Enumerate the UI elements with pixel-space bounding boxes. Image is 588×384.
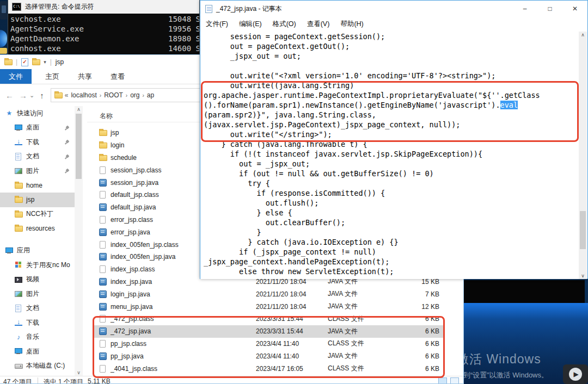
folder-icon bbox=[15, 196, 22, 203]
forward-icon[interactable]: → bbox=[19, 91, 27, 100]
globe-icon[interactable] bbox=[0, 30, 7, 47]
sidebar-item-quick-access[interactable]: ★快速访问 bbox=[0, 106, 75, 121]
menu-view[interactable]: 查看(V) bbox=[307, 20, 330, 29]
separator: | bbox=[16, 58, 17, 66]
scroll-down-icon[interactable]: ∨ bbox=[579, 273, 587, 278]
quick-access-properties-icon[interactable] bbox=[21, 58, 28, 66]
sidebar-item-music[interactable]: ♪音乐 bbox=[0, 330, 75, 345]
thumbnails-view-icon[interactable] bbox=[450, 377, 459, 384]
sidebar-item-local-disk-c[interactable]: 本地磁盘 (C:) bbox=[0, 359, 75, 374]
notepad-titlebar[interactable]: _472_jsp.java - 记事本 – □ ✕ bbox=[200, 1, 587, 17]
file-row-menu_jsp.java[interactable]: menu_jsp.java2021/11/20 18:04JAVA 文件12 K… bbox=[94, 300, 444, 313]
file-row-pp_jsp.java[interactable]: pp_jsp.java2023/4/4 11:40JAVA 文件6 KB bbox=[94, 350, 444, 362]
cmd-titlebar[interactable]: C:\ 选择管理员: 命令提示符 bbox=[8, 0, 199, 14]
star-icon: ★ bbox=[5, 109, 13, 117]
explorer-window-title: jsp bbox=[56, 58, 64, 66]
menu-edit[interactable]: 编辑(E) bbox=[239, 20, 262, 29]
ribbon-tab-file[interactable]: 文件 bbox=[0, 69, 32, 84]
desktop-icon-partial[interactable] bbox=[0, 1, 7, 20]
quick-access-newfolder-icon[interactable] bbox=[32, 58, 40, 66]
recent-locations-icon[interactable]: ⌄ bbox=[29, 92, 34, 99]
selected-count: 选中 1 个项目 bbox=[44, 377, 83, 384]
sidebar-item-downloads-pinned[interactable]: ↓下载 bbox=[0, 135, 75, 150]
sidebar-item-pictures-pinned[interactable]: 图片 bbox=[0, 164, 75, 178]
sidebar-item-downloads[interactable]: ↓下载 bbox=[0, 315, 75, 330]
menu-format[interactable]: 格式(O) bbox=[273, 20, 296, 29]
file-name: session_jsp.class bbox=[111, 166, 161, 174]
breadcrumb-ap[interactable]: ap bbox=[147, 91, 154, 99]
column-header-name[interactable]: 名称 bbox=[100, 112, 113, 121]
code-line: out.write("<?xml version='1.0' encoding=… bbox=[200, 71, 579, 80]
notepad-scrollbar[interactable]: ∧ ∨ bbox=[579, 32, 587, 279]
file-name: index_005fen_jsp.java bbox=[111, 253, 175, 261]
file-row-login_jsp.java[interactable]: login_jsp.java2021/11/20 18:04JAVA 文件7 K… bbox=[94, 288, 444, 300]
menu-file[interactable]: 文件(F) bbox=[206, 20, 228, 29]
folder-icon bbox=[99, 141, 107, 149]
sidebar-item-home[interactable]: home bbox=[0, 178, 75, 193]
selected-text: eval bbox=[500, 101, 518, 109]
scroll-up-icon[interactable]: ∧ bbox=[75, 107, 83, 112]
file-size: 6 KB bbox=[390, 338, 439, 350]
folder-icon[interactable] bbox=[0, 48, 7, 54]
notepad-editor[interactable]: session = pageContext.getSession(); out … bbox=[200, 32, 579, 279]
menu-help[interactable]: 帮助(H) bbox=[340, 20, 363, 29]
file-row-_472_jsp.class[interactable]: _472_jsp.class2023/3/31 15:44CLASS 文件6 K… bbox=[94, 313, 444, 325]
scrollbar-thumb[interactable] bbox=[580, 211, 586, 249]
ribbon-tab-share[interactable]: 共享 bbox=[69, 69, 101, 84]
up-icon[interactable]: ↑ bbox=[40, 91, 44, 100]
maximize-button[interactable]: □ bbox=[537, 1, 562, 17]
qat-dropdown-icon[interactable]: ▾ bbox=[44, 59, 46, 65]
sidebar-scrollbar[interactable]: ∧ ∨ bbox=[75, 106, 83, 376]
sidebar-item-resources[interactable]: resources bbox=[0, 221, 75, 236]
picture-icon bbox=[15, 290, 22, 298]
file-type: JAVA 文件 bbox=[328, 288, 390, 300]
file-java-icon bbox=[99, 228, 107, 236]
sidebar-item-documents[interactable]: 文档 bbox=[0, 301, 75, 316]
file-java-icon bbox=[99, 179, 107, 187]
sidebar-item-documents-pinned[interactable]: 文档 bbox=[0, 150, 75, 164]
sidebar-item-this-pc[interactable]: 应用 bbox=[0, 244, 75, 258]
pin-icon bbox=[63, 153, 70, 160]
details-view-icon[interactable] bbox=[438, 377, 447, 384]
folder-icon bbox=[99, 154, 107, 162]
file-name: menu_jsp.java bbox=[111, 303, 152, 311]
code-line: out.write((java.lang.String) bbox=[200, 80, 579, 90]
desktop-icon bbox=[15, 124, 22, 132]
file-name: default_jsp.class bbox=[111, 191, 159, 199]
folder-icon bbox=[54, 91, 62, 99]
sidebar-item-videos[interactable]: 视频 bbox=[0, 272, 75, 287]
file-row-_472_jsp.java[interactable]: _472_jsp.java2023/3/31 15:44JAVA 文件6 KB bbox=[94, 325, 444, 338]
file-plain-icon bbox=[99, 241, 107, 249]
ribbon-tab-view[interactable]: 查看 bbox=[101, 69, 134, 84]
breadcrumb-org[interactable]: org bbox=[130, 91, 139, 99]
file-row-_4041_jsp.class[interactable]: _4041_jsp.class2023/4/17 16:05CLASS 文件6 … bbox=[94, 362, 444, 375]
notepad-title: _472_jsp.java - 记事本 bbox=[216, 4, 282, 14]
breadcrumb-localhost[interactable]: localhost bbox=[71, 91, 96, 99]
back-icon[interactable]: ← bbox=[5, 91, 14, 100]
sidebar-item-label: 图片 bbox=[26, 166, 39, 176]
file-name-cell: pp_jsp.java bbox=[99, 350, 252, 362]
breadcrumb-root[interactable]: ROOT bbox=[104, 91, 123, 99]
file-row-pp_jsp.class[interactable]: pp_jsp.class2023/4/4 11:40CLASS 文件6 KB bbox=[94, 338, 444, 350]
scroll-up-icon[interactable]: ∧ bbox=[579, 32, 587, 38]
video-icon bbox=[15, 276, 22, 283]
sidebar-item-jsp[interactable]: jsp bbox=[0, 193, 75, 207]
minimize-button[interactable]: – bbox=[512, 1, 537, 17]
ribbon-tab-home[interactable]: 主页 bbox=[36, 69, 69, 84]
code-line: if (!(t instanceof javax.servlet.jsp.Ski… bbox=[200, 149, 579, 159]
sidebar-item-yonyou-nc[interactable]: 关于用友nc Mo bbox=[0, 258, 75, 272]
scroll-down-icon[interactable]: ∨ bbox=[75, 370, 83, 375]
sidebar-item-desktop-pinned[interactable]: 桌面 bbox=[0, 121, 75, 135]
file-name: schedule bbox=[111, 154, 137, 162]
sidebar-item-desktop[interactable]: 桌面 bbox=[0, 344, 75, 359]
sidebar-item-ncc-patch[interactable]: NCC补丁 bbox=[0, 207, 75, 222]
close-button[interactable]: ✕ bbox=[562, 1, 587, 17]
sidebar-item-label: 图片 bbox=[26, 289, 39, 299]
scrollbar-thumb[interactable] bbox=[76, 114, 82, 179]
recorder-play-button[interactable]: ▶ bbox=[563, 364, 588, 384]
sidebar-item-pictures[interactable]: 图片 bbox=[0, 287, 75, 301]
process-pid: 15048 Servi bbox=[168, 14, 199, 24]
download-icon: ↓ bbox=[15, 139, 22, 145]
cmd-output[interactable]: svchost.exe15048 ServiAgentService.exe19… bbox=[8, 14, 199, 54]
cmd-window: C:\ 选择管理员: 命令提示符 svchost.exe15048 ServiA… bbox=[8, 0, 200, 54]
